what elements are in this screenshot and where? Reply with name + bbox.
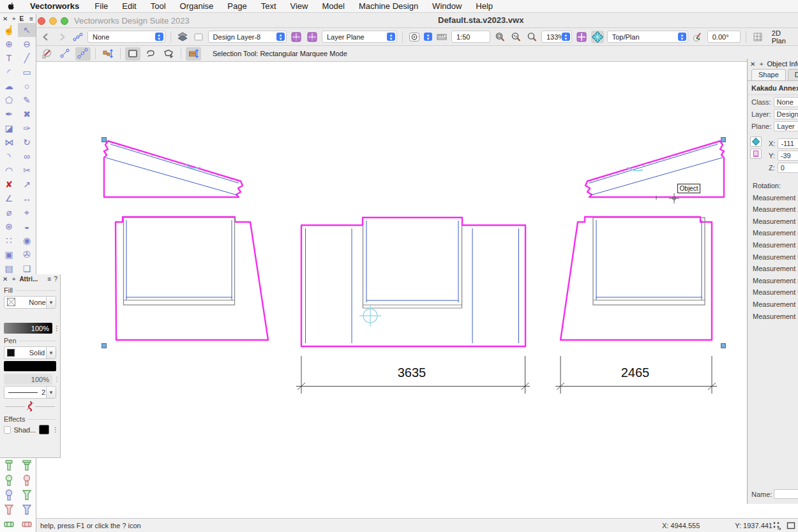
round-screw-tool-green[interactable] — [0, 473, 18, 487]
countersunk-screw-tool-blue[interactable] — [18, 502, 36, 517]
grid-icon[interactable] — [751, 31, 764, 43]
menu-item-machine-design[interactable]: Machine Design — [352, 0, 425, 13]
nut-tool-pink[interactable] — [18, 517, 36, 531]
close-window-button[interactable] — [38, 17, 45, 25]
single-object-interactive-scaling-mode[interactable] — [57, 47, 73, 61]
menu-item-model[interactable]: Model — [315, 0, 351, 13]
left-front-view[interactable] — [116, 217, 268, 340]
forward-arrow-icon[interactable] — [56, 31, 68, 43]
angle-box[interactable]: 0.00° — [707, 31, 741, 43]
tab-shape[interactable]: Shape — [751, 69, 786, 80]
close-palette-icon[interactable]: ✕ — [3, 276, 8, 283]
center-outline[interactable] — [301, 218, 525, 346]
clip-cube-window-icon[interactable] — [306, 31, 319, 43]
tab-data[interactable]: Data — [788, 69, 798, 80]
left-wedge-view[interactable] — [104, 141, 243, 197]
palette-menu-icon[interactable]: ≡ — [48, 276, 52, 283]
unified-view-icon[interactable] — [591, 31, 604, 43]
cross-tool[interactable]: ✖ — [18, 107, 36, 121]
round-screw-tool-blue[interactable] — [0, 487, 18, 502]
diameter-tool[interactable]: ⌀ — [0, 205, 18, 219]
bolt-tool-green[interactable] — [0, 458, 18, 473]
close-palette-icon[interactable]: ✕ — [3, 15, 8, 22]
trapezoid-outline[interactable] — [116, 217, 268, 340]
wedge-outline[interactable] — [585, 141, 724, 197]
wedge-outline[interactable] — [104, 141, 243, 197]
add-palette-icon[interactable]: ＋ — [10, 14, 17, 23]
selection-handle[interactable] — [102, 138, 107, 142]
more-options-icon[interactable]: ⋮ — [52, 426, 57, 433]
menu-item-page[interactable]: Page — [220, 0, 253, 13]
zoom-out-tool[interactable]: ⊖ — [18, 37, 36, 51]
magnifier-icon[interactable] — [525, 31, 538, 43]
mirror-tool[interactable]: ⋈ — [0, 135, 18, 149]
fit-objects-icon[interactable] — [509, 31, 522, 43]
plan-mode-button[interactable]: 2D Plan — [767, 31, 798, 43]
pick-document-tool[interactable]: ❏ — [18, 262, 36, 276]
hex-bolt-tool-green[interactable] — [18, 458, 36, 473]
rectangular-marquee-mode[interactable] — [125, 47, 140, 61]
fill-style-dropdown[interactable]: None ▼ — [4, 296, 56, 309]
palette-menu-icon[interactable]: ≡ — [29, 15, 33, 22]
plane-dropdown[interactable]: Layer Plane ▲▼ — [322, 31, 397, 43]
disabled-interactive-scaling-mode[interactable] — [40, 47, 55, 61]
layer-dropdown[interactable]: Design Layer-8 ▲▼ — [208, 31, 287, 43]
menu-item-window[interactable]: Window — [425, 0, 469, 13]
stepper-icon[interactable]: ▲▼ — [424, 33, 432, 41]
chain-tool[interactable]: ∞ — [18, 149, 36, 163]
angle-icon[interactable] — [691, 31, 704, 43]
selection-handle[interactable] — [721, 138, 726, 142]
zoom-in-tool[interactable]: ⊕ — [0, 37, 18, 51]
polygon-marquee-mode[interactable] — [161, 47, 176, 61]
selection-handle[interactable] — [102, 344, 107, 348]
right-front-view[interactable] — [561, 217, 712, 340]
fit-page-icon[interactable] — [493, 31, 506, 43]
linear-dimension-tool[interactable]: ↔ — [18, 191, 36, 205]
view-dropdown[interactable]: Top/Plan ▲▼ — [607, 31, 688, 43]
back-arrow-icon[interactable] — [40, 31, 52, 43]
protractor-tool[interactable]: ◒ — [18, 219, 36, 233]
menu-item-file[interactable]: File — [87, 0, 115, 13]
menu-item-organise[interactable]: Organise — [173, 0, 221, 13]
menu-item-vectorworks[interactable]: Vectorworks — [22, 0, 87, 13]
pen-opacity-bar[interactable]: 100% — [4, 374, 52, 385]
delete-tool[interactable]: ✘ — [0, 177, 18, 191]
fill-opacity-bar[interactable]: 100% — [4, 323, 52, 334]
x-field[interactable]: -111 — [778, 138, 798, 149]
fillet-tool[interactable]: ◝ — [0, 149, 18, 163]
nut-tool-green[interactable] — [0, 517, 18, 531]
net-picking-mode[interactable] — [186, 47, 201, 61]
center-front-view[interactable] — [301, 218, 525, 346]
pen-tool[interactable]: ✒ — [0, 107, 18, 121]
oval-tool[interactable]: ○ — [18, 79, 36, 93]
z-field[interactable]: 0 — [778, 163, 798, 173]
eraser-tool[interactable]: ◪ — [0, 121, 18, 135]
unrestricted-interactive-scaling-mode[interactable] — [75, 47, 91, 61]
trapezoid-outline[interactable] — [561, 217, 712, 340]
zoom-window-button[interactable] — [61, 17, 68, 25]
offset-tool[interactable]: ◠ — [0, 163, 18, 177]
target-tool[interactable]: ◉ — [18, 233, 36, 248]
dimension-tool[interactable]: ↗ — [18, 177, 36, 191]
class-field[interactable]: None — [774, 97, 798, 107]
stepper-icon[interactable]: ▲▼ — [562, 33, 570, 41]
right-wedge-view[interactable] — [585, 141, 724, 197]
drawing-canvas[interactable]: 3635 2465 Object — [36, 62, 747, 518]
stepper-icon[interactable]: ▲▼ — [387, 33, 395, 41]
move-by-points-mode[interactable] — [100, 47, 116, 61]
plane-field[interactable]: Layer — [774, 121, 798, 131]
rectangle-tool[interactable]: ▭ — [18, 65, 36, 79]
class-dropdown[interactable]: None ▲▼ — [87, 31, 165, 43]
stepper-icon[interactable]: ▲▼ — [678, 33, 686, 41]
selection-handle[interactable] — [721, 344, 726, 348]
polygon-tool[interactable]: ⬠ — [0, 93, 18, 107]
layer-plane-icon[interactable] — [750, 137, 762, 147]
arc-tool[interactable]: ◜ — [0, 65, 18, 79]
drill-pattern-tool[interactable]: ∷ — [0, 233, 18, 248]
minimize-window-button[interactable] — [49, 17, 57, 25]
layer-scale-icon[interactable] — [435, 31, 448, 43]
freehand-tool[interactable]: ☁ — [0, 79, 18, 93]
bounding-box-icon[interactable] — [785, 519, 797, 531]
zoom-dropdown[interactable]: 133% ▲▼ — [541, 31, 572, 43]
line-weight-dropdown[interactable]: 2 ▼ — [4, 386, 56, 399]
